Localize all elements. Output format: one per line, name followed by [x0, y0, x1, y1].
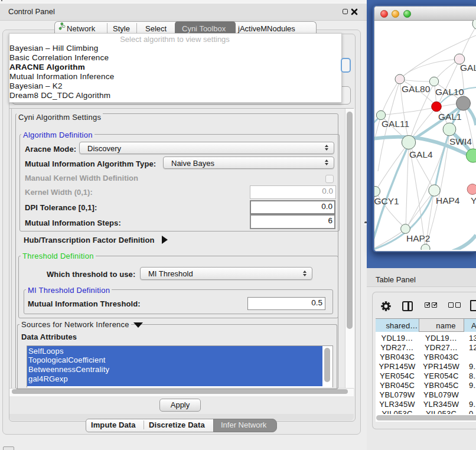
svg-text:YJ: YJ — [471, 195, 476, 206]
svg-text:GCY1: GCY1 — [374, 196, 399, 206]
svg-text:GAL80: GAL80 — [402, 84, 431, 94]
svg-text:GAL1: GAL1 — [438, 112, 462, 122]
svg-text:GAL10: GAL10 — [435, 87, 464, 97]
svg-text:HAP4: HAP4 — [436, 195, 460, 206]
svg-text:GAL11: GAL11 — [382, 119, 409, 129]
svg-text:GAL4: GAL4 — [409, 149, 433, 159]
svg-text:SWI4: SWI4 — [449, 136, 472, 146]
svg-text:GAL2: GAL2 — [460, 63, 476, 73]
svg-text:HAP2: HAP2 — [406, 233, 431, 243]
